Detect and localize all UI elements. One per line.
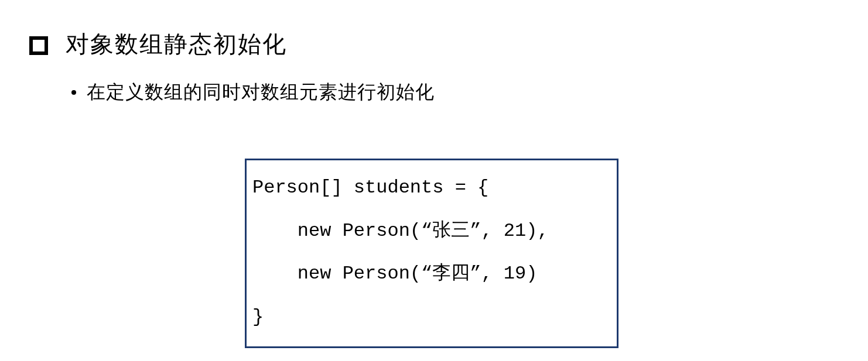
code-line: Person[] students = {: [252, 166, 611, 209]
code-block: Person[] students = { new Person(“张三”, 2…: [245, 159, 618, 348]
code-line: new Person(“李四”, 19): [252, 252, 611, 295]
subheading-text: 在定义数组的同时对数组元素进行初始化: [87, 80, 435, 105]
heading-text: 对象数组静态初始化: [66, 28, 287, 60]
code-line: }: [252, 295, 611, 339]
code-line: new Person(“张三”, 21),: [252, 209, 611, 253]
subheading-row: 在定义数组的同时对数组元素进行初始化: [71, 80, 435, 105]
dot-bullet-icon: [71, 90, 76, 95]
square-bullet-icon: [29, 36, 48, 55]
heading-row: 对象数组静态初始化: [29, 28, 287, 60]
